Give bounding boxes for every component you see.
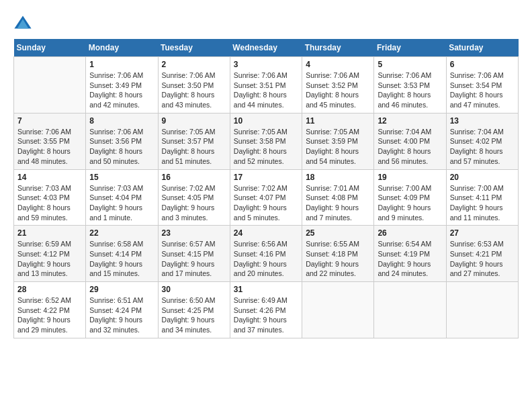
day-info: Sunrise: 7:06 AMSunset: 3:52 PMDaylight:… (306, 71, 370, 110)
day-info: Sunrise: 7:02 AMSunset: 4:07 PMDaylight:… (234, 183, 298, 223)
day-info: Sunrise: 7:02 AMSunset: 4:05 PMDaylight:… (162, 183, 226, 223)
calendar-cell (302, 282, 374, 338)
day-info: Sunrise: 7:06 AMSunset: 3:55 PMDaylight:… (17, 127, 82, 167)
day-info: Sunrise: 6:59 AMSunset: 4:12 PMDaylight:… (17, 239, 82, 279)
calendar-cell: 27Sunrise: 6:53 AMSunset: 4:21 PMDayligh… (446, 226, 518, 282)
day-info: Sunrise: 7:04 AMSunset: 4:00 PMDaylight:… (378, 127, 442, 167)
day-info: Sunrise: 7:06 AMSunset: 3:53 PMDaylight:… (378, 71, 442, 110)
day-number: 23 (162, 228, 226, 238)
calendar-cell (374, 282, 446, 338)
calendar-cell: 20Sunrise: 7:00 AMSunset: 4:11 PMDayligh… (446, 169, 518, 226)
day-number: 27 (450, 228, 515, 238)
calendar-table: SundayMondayTuesdayWednesdayThursdayFrid… (13, 39, 519, 338)
day-info: Sunrise: 6:50 AMSunset: 4:25 PMDaylight:… (162, 295, 226, 335)
calendar-cell (446, 282, 518, 338)
calendar-cell: 7Sunrise: 7:06 AMSunset: 3:55 PMDaylight… (14, 113, 86, 169)
day-number: 5 (378, 60, 442, 69)
day-info: Sunrise: 7:01 AMSunset: 4:08 PMDaylight:… (306, 183, 370, 223)
day-number: 28 (17, 285, 82, 294)
day-number: 11 (306, 116, 370, 126)
day-info: Sunrise: 6:56 AMSunset: 4:16 PMDaylight:… (234, 239, 298, 279)
calendar-cell: 28Sunrise: 6:52 AMSunset: 4:22 PMDayligh… (14, 282, 86, 338)
calendar-cell: 8Sunrise: 7:06 AMSunset: 3:56 PMDaylight… (86, 113, 158, 169)
calendar-cell: 30Sunrise: 6:50 AMSunset: 4:25 PMDayligh… (158, 282, 230, 338)
day-info: Sunrise: 6:49 AMSunset: 4:26 PMDaylight:… (234, 295, 298, 335)
calendar-cell: 26Sunrise: 6:54 AMSunset: 4:19 PMDayligh… (374, 226, 446, 282)
calendar-header-row: SundayMondayTuesdayWednesdayThursdayFrid… (14, 39, 519, 57)
calendar-cell: 6Sunrise: 7:06 AMSunset: 3:54 PMDaylight… (446, 57, 518, 113)
day-header-friday: Friday (374, 39, 446, 57)
page-header (13, 13, 519, 32)
day-number: 22 (89, 228, 154, 238)
day-info: Sunrise: 6:51 AMSunset: 4:24 PMDaylight:… (89, 295, 154, 335)
calendar-cell: 14Sunrise: 7:03 AMSunset: 4:03 PMDayligh… (14, 169, 86, 226)
day-number: 9 (162, 116, 226, 126)
day-number: 7 (17, 116, 82, 126)
day-info: Sunrise: 7:00 AMSunset: 4:11 PMDaylight:… (450, 183, 515, 223)
calendar-cell: 19Sunrise: 7:00 AMSunset: 4:09 PMDayligh… (374, 169, 446, 226)
day-number: 24 (234, 228, 298, 238)
day-info: Sunrise: 7:06 AMSunset: 3:49 PMDaylight:… (89, 71, 154, 110)
calendar-cell: 17Sunrise: 7:02 AMSunset: 4:07 PMDayligh… (230, 169, 302, 226)
day-header-monday: Monday (86, 39, 158, 57)
day-number: 20 (450, 173, 515, 182)
day-info: Sunrise: 7:05 AMSunset: 3:57 PMDaylight:… (162, 127, 226, 167)
week-row-3: 14Sunrise: 7:03 AMSunset: 4:03 PMDayligh… (14, 169, 519, 226)
calendar-cell: 23Sunrise: 6:57 AMSunset: 4:15 PMDayligh… (158, 226, 230, 282)
day-number: 16 (162, 173, 226, 182)
day-number: 30 (162, 285, 226, 294)
calendar-cell: 31Sunrise: 6:49 AMSunset: 4:26 PMDayligh… (230, 282, 302, 338)
calendar-cell: 2Sunrise: 7:06 AMSunset: 3:50 PMDaylight… (158, 57, 230, 113)
calendar-cell: 1Sunrise: 7:06 AMSunset: 3:49 PMDaylight… (86, 57, 158, 113)
day-number: 6 (450, 60, 515, 69)
day-header-wednesday: Wednesday (230, 39, 302, 57)
day-info: Sunrise: 7:06 AMSunset: 3:51 PMDaylight:… (234, 71, 298, 110)
calendar-cell: 13Sunrise: 7:04 AMSunset: 4:02 PMDayligh… (446, 113, 518, 169)
calendar-cell: 3Sunrise: 7:06 AMSunset: 3:51 PMDaylight… (230, 57, 302, 113)
day-number: 18 (306, 173, 370, 182)
calendar-cell: 4Sunrise: 7:06 AMSunset: 3:52 PMDaylight… (302, 57, 374, 113)
day-number: 17 (234, 173, 298, 182)
calendar-cell: 15Sunrise: 7:03 AMSunset: 4:04 PMDayligh… (86, 169, 158, 226)
day-info: Sunrise: 7:05 AMSunset: 3:59 PMDaylight:… (306, 127, 370, 167)
week-row-5: 28Sunrise: 6:52 AMSunset: 4:22 PMDayligh… (14, 282, 519, 338)
day-number: 3 (234, 60, 298, 69)
day-header-thursday: Thursday (302, 39, 374, 57)
week-row-4: 21Sunrise: 6:59 AMSunset: 4:12 PMDayligh… (14, 226, 519, 282)
day-info: Sunrise: 7:03 AMSunset: 4:04 PMDaylight:… (89, 183, 154, 223)
calendar-cell: 29Sunrise: 6:51 AMSunset: 4:24 PMDayligh… (86, 282, 158, 338)
day-info: Sunrise: 7:00 AMSunset: 4:09 PMDaylight:… (378, 183, 442, 223)
calendar-cell: 16Sunrise: 7:02 AMSunset: 4:05 PMDayligh… (158, 169, 230, 226)
calendar-cell: 11Sunrise: 7:05 AMSunset: 3:59 PMDayligh… (302, 113, 374, 169)
day-number: 26 (378, 228, 442, 238)
calendar-cell: 18Sunrise: 7:01 AMSunset: 4:08 PMDayligh… (302, 169, 374, 226)
day-header-tuesday: Tuesday (158, 39, 230, 57)
day-number: 21 (17, 228, 82, 238)
logo (13, 13, 35, 32)
calendar-cell: 24Sunrise: 6:56 AMSunset: 4:16 PMDayligh… (230, 226, 302, 282)
day-number: 29 (89, 285, 154, 294)
day-info: Sunrise: 7:05 AMSunset: 3:58 PMDaylight:… (234, 127, 298, 167)
calendar-cell (14, 57, 86, 113)
calendar-cell: 22Sunrise: 6:58 AMSunset: 4:14 PMDayligh… (86, 226, 158, 282)
day-info: Sunrise: 6:53 AMSunset: 4:21 PMDaylight:… (450, 239, 515, 279)
day-header-saturday: Saturday (446, 39, 518, 57)
day-number: 8 (89, 116, 154, 126)
day-number: 19 (378, 173, 442, 182)
calendar-cell: 21Sunrise: 6:59 AMSunset: 4:12 PMDayligh… (14, 226, 86, 282)
logo-icon (13, 13, 32, 32)
day-header-sunday: Sunday (14, 39, 86, 57)
calendar-cell: 5Sunrise: 7:06 AMSunset: 3:53 PMDaylight… (374, 57, 446, 113)
day-info: Sunrise: 6:54 AMSunset: 4:19 PMDaylight:… (378, 239, 442, 279)
day-info: Sunrise: 6:52 AMSunset: 4:22 PMDaylight:… (17, 295, 82, 335)
calendar-cell: 12Sunrise: 7:04 AMSunset: 4:00 PMDayligh… (374, 113, 446, 169)
day-number: 13 (450, 116, 515, 126)
day-number: 25 (306, 228, 370, 238)
day-info: Sunrise: 7:06 AMSunset: 3:56 PMDaylight:… (89, 127, 154, 167)
day-number: 31 (234, 285, 298, 294)
day-info: Sunrise: 6:58 AMSunset: 4:14 PMDaylight:… (89, 239, 154, 279)
calendar-cell: 10Sunrise: 7:05 AMSunset: 3:58 PMDayligh… (230, 113, 302, 169)
day-info: Sunrise: 6:55 AMSunset: 4:18 PMDaylight:… (306, 239, 370, 279)
day-info: Sunrise: 6:57 AMSunset: 4:15 PMDaylight:… (162, 239, 226, 279)
day-info: Sunrise: 7:03 AMSunset: 4:03 PMDaylight:… (17, 183, 82, 223)
